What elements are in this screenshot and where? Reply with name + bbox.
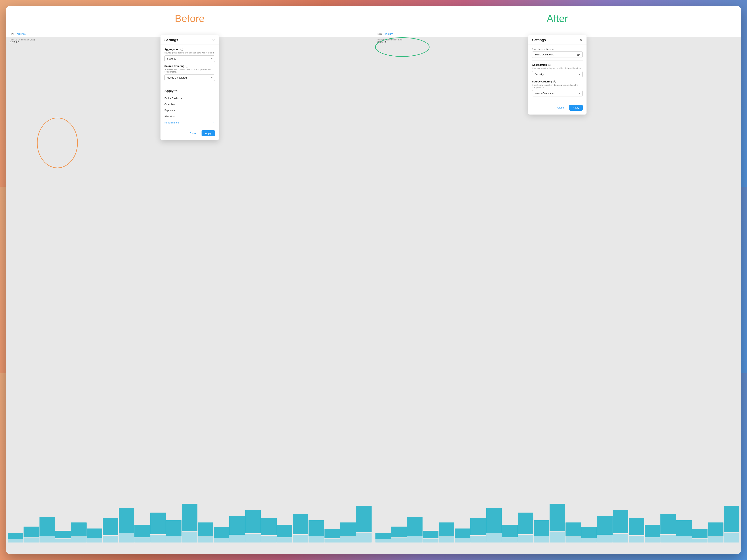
before-menu-allocation[interactable]: Allocation — [164, 113, 215, 119]
before-aggregation-label: Aggregation i — [164, 48, 215, 51]
before-apply-to-title: Apply to — [164, 89, 215, 93]
before-modal-body: Aggregation i How to group trading and p… — [160, 45, 219, 87]
before-menu-performance[interactable]: Performance ✓ — [164, 119, 215, 126]
header-bar: Before After — [6, 6, 249, 31]
before-check-icon: ✓ — [213, 121, 215, 124]
before-source-value: Novus Calculated — [167, 76, 187, 79]
before-modal-header: Settings ✕ — [160, 35, 219, 45]
before-settings-modal: Settings ✕ Aggregation i How to group tr… — [160, 35, 219, 140]
before-label: Before — [6, 12, 249, 24]
before-source-select[interactable]: Novus Calculated ▾ — [164, 75, 215, 81]
orange-circle-annotation — [37, 118, 78, 168]
before-modal-title: Settings — [164, 38, 178, 42]
before-panel: Risk ecurities Passive Contribution (bps… — [6, 31, 249, 187]
before-modal-footer: Close Apply — [160, 128, 219, 137]
before-source-label: Source Ordering i — [164, 64, 215, 68]
before-source-desc: Specifies which return data source popul… — [164, 68, 215, 73]
before-apply-button[interactable]: Apply — [202, 130, 215, 136]
before-menu-entire-dashboard[interactable]: Entire Dashboard — [164, 95, 215, 101]
before-aggregation-select[interactable]: Security ▾ — [164, 55, 215, 62]
before-close-button[interactable]: Close — [186, 130, 200, 136]
before-menu-exposure[interactable]: Exposure — [164, 107, 215, 113]
before-menu-overview[interactable]: Overview — [164, 101, 215, 107]
main-container: Before After Risk ecurities Passive Cont… — [6, 6, 249, 187]
before-aggregation-arrow-icon: ▾ — [211, 57, 212, 60]
before-risk-tab[interactable]: Risk — [10, 33, 16, 35]
main-content: Risk ecurities Passive Contribution (bps… — [6, 31, 249, 187]
before-source-arrow-icon: ▾ — [211, 76, 212, 79]
before-source-info-icon[interactable]: i — [186, 65, 188, 68]
before-close-x-button[interactable]: ✕ — [212, 38, 215, 42]
before-apply-to-section: Apply to Entire Dashboard Overview Expos… — [160, 87, 219, 128]
before-securities-tab[interactable]: ecurities — [17, 33, 26, 36]
before-aggregation-value: Security — [167, 57, 176, 60]
before-aggregation-info-icon[interactable]: i — [181, 48, 183, 51]
before-aggregation-desc: How to group trading and position data w… — [164, 52, 215, 54]
